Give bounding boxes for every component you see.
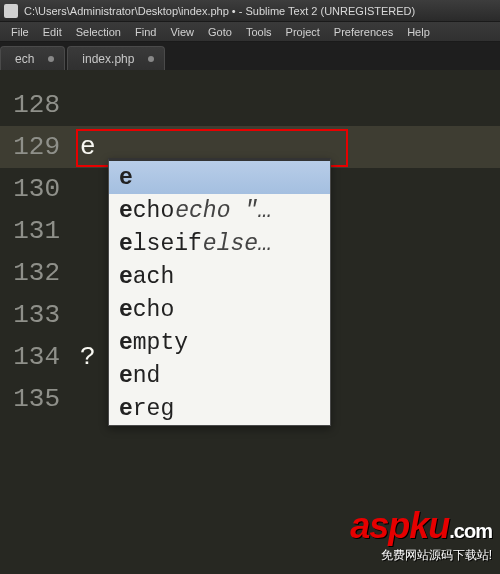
autocomplete-item[interactable]: echo	[109, 293, 330, 326]
menu-file[interactable]: File	[4, 24, 36, 40]
menu-help[interactable]: Help	[400, 24, 437, 40]
line-number: 128	[0, 84, 72, 126]
code-line[interactable]	[72, 84, 500, 126]
autocomplete-item[interactable]: echoecho "…	[109, 194, 330, 227]
watermark-brand: aspku.com	[350, 505, 492, 547]
autocomplete-item[interactable]: elseifelse…	[109, 227, 330, 260]
watermark: aspku.com 免费网站源码下载站!	[350, 505, 492, 564]
autocomplete-item[interactable]: each	[109, 260, 330, 293]
dirty-indicator-icon	[148, 56, 154, 62]
autocomplete-item[interactable]: end	[109, 359, 330, 392]
line-number: 130	[0, 168, 72, 210]
autocomplete-popup[interactable]: e echoecho "… elseifelse… each echo empt…	[108, 158, 331, 426]
line-number: 129	[0, 126, 72, 168]
typed-text: e	[80, 132, 96, 162]
watermark-slogan: 免费网站源码下载站!	[350, 547, 492, 564]
dirty-indicator-icon	[48, 56, 54, 62]
gutter: 128 129 130 131 132 133 134 135	[0, 70, 72, 574]
menu-preferences[interactable]: Preferences	[327, 24, 400, 40]
tabbar: ech index.php	[0, 42, 500, 70]
menu-project[interactable]: Project	[279, 24, 327, 40]
app-icon	[4, 4, 18, 18]
menu-view[interactable]: View	[163, 24, 201, 40]
menubar: File Edit Selection Find View Goto Tools…	[0, 22, 500, 42]
menu-goto[interactable]: Goto	[201, 24, 239, 40]
tab-label: index.php	[82, 52, 134, 66]
autocomplete-item[interactable]: ereg	[109, 392, 330, 425]
line-number: 134	[0, 336, 72, 378]
line-number: 131	[0, 210, 72, 252]
menu-find[interactable]: Find	[128, 24, 163, 40]
line-number: 132	[0, 252, 72, 294]
autocomplete-item[interactable]: empty	[109, 326, 330, 359]
tab-ech[interactable]: ech	[0, 46, 65, 70]
tab-label: ech	[15, 52, 34, 66]
autocomplete-item[interactable]: e	[109, 161, 330, 194]
window-titlebar: C:\Users\Administrator\Desktop\index.php…	[0, 0, 500, 22]
menu-edit[interactable]: Edit	[36, 24, 69, 40]
line-number: 133	[0, 294, 72, 336]
window-title: C:\Users\Administrator\Desktop\index.php…	[24, 5, 415, 17]
menu-tools[interactable]: Tools	[239, 24, 279, 40]
menu-selection[interactable]: Selection	[69, 24, 128, 40]
tab-index-php[interactable]: index.php	[67, 46, 165, 70]
line-number: 135	[0, 378, 72, 420]
